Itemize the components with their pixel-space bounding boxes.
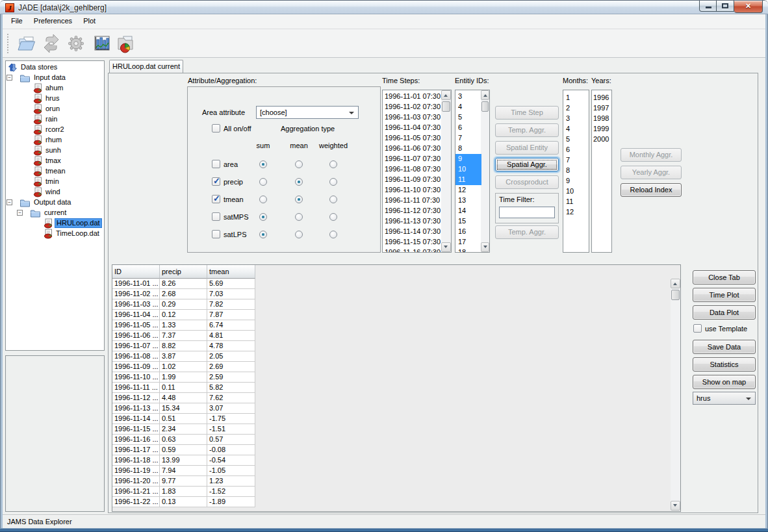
table-cell[interactable]: 1.23 [207,476,255,487]
list-item[interactable]: 5 [455,112,481,123]
list-item[interactable]: 1996-11-02 07:30 [383,102,442,112]
scroll-down-icon[interactable] [441,242,451,252]
tree-row[interactable]: −Input data [6,73,104,83]
list-item[interactable]: 1996-11-14 07:30 [383,227,442,237]
list-item[interactable]: 1996-11-10 07:30 [383,185,442,196]
list-item[interactable]: 1996-11-03 07:30 [383,112,442,123]
table-cell[interactable]: 13.99 [160,455,207,466]
list-item[interactable]: 8 [455,144,481,154]
list-item[interactable]: 1996-11-13 07:30 [383,216,442,227]
attribute-checkbox[interactable] [212,230,220,238]
table-cell[interactable]: 1996-11-03 ... [112,299,160,310]
aggregation-radio-weighted[interactable] [329,196,337,203]
list-item[interactable]: 3 [563,114,589,124]
list-item[interactable]: 1996-11-05 07:30 [383,133,442,144]
table-scrollbar[interactable] [671,279,680,511]
list-item[interactable]: 7 [563,155,589,166]
area-attribute-combo[interactable]: [choose] [256,106,359,119]
data-plot-button[interactable] [114,32,136,55]
list-item[interactable]: 6 [563,145,589,155]
tree-row[interactable]: tmean [6,166,104,177]
close-tab-button[interactable]: Close Tab [693,270,756,285]
table-cell[interactable]: 8.82 [160,341,207,351]
table-cell[interactable]: -1.75 [207,414,255,424]
attribute-checkbox[interactable] [212,160,220,168]
table-cell[interactable]: -1.51 [207,424,255,435]
maximize-button[interactable] [717,1,734,12]
table-cell[interactable]: -1.89 [207,497,255,507]
table-cell[interactable]: 1996-11-06 ... [112,331,160,341]
table-cell[interactable]: 2.05 [207,351,255,362]
table-cell[interactable]: 0.57 [207,435,255,445]
list-item[interactable]: 1996-11-12 07:30 [383,206,442,216]
aggregation-radio-weighted[interactable] [329,178,337,186]
time-plot-side-button[interactable]: Time Plot [693,288,756,302]
aggregation-radio-weighted[interactable] [329,213,337,221]
tree-row[interactable]: −current [6,208,104,218]
aggregation-radio-mean[interactable] [295,160,303,168]
table-cell[interactable]: 9.77 [160,476,207,487]
aggregation-radio-sum[interactable] [259,196,267,203]
table-cell[interactable]: 1.83 [160,487,207,497]
table-cell[interactable]: 15.34 [160,403,207,414]
aggregation-radio-mean[interactable] [295,213,303,221]
table-cell[interactable]: -1.52 [207,487,255,497]
aggregation-radio-mean[interactable] [295,178,303,186]
table-cell[interactable]: 2.34 [160,424,207,435]
list-item[interactable]: 15 [455,216,481,227]
column-header-precip[interactable]: precip [160,265,207,279]
table-cell[interactable]: 2.68 [160,289,207,299]
table-cell[interactable]: 1996-11-04 ... [112,310,160,320]
data-plot-side-button[interactable]: Data Plot [693,305,756,320]
tree-row[interactable]: tmin [6,177,104,187]
list-item[interactable]: 3 [455,92,481,102]
table-cell[interactable]: 3.07 [207,403,255,414]
table-cell[interactable]: 5.69 [207,279,255,289]
list-item[interactable]: 18 [455,247,481,253]
aggregation-radio-sum[interactable] [259,231,267,238]
table-cell[interactable]: 7.94 [160,466,207,476]
list-item[interactable]: 17 [455,237,481,247]
tree-row[interactable]: sunh [6,146,104,156]
aggregation-radio-sum[interactable] [259,160,267,168]
table-cell[interactable]: 7.87 [207,310,255,320]
list-item[interactable]: 12 [455,185,481,196]
list-item[interactable]: 12 [563,207,589,218]
time-filter-input[interactable] [499,207,555,218]
table-cell[interactable]: 8.26 [160,279,207,289]
scroll-down-icon[interactable] [671,501,680,511]
table-cell[interactable]: 1996-11-09 ... [112,362,160,372]
list-item[interactable]: 1 [563,93,589,103]
table-cell[interactable]: -1.05 [207,466,255,476]
table-cell[interactable]: 0.11 [160,383,207,393]
table-cell[interactable]: 3.87 [160,351,207,362]
list-item[interactable]: 7 [455,133,481,144]
aggregation-radio-sum[interactable] [259,213,267,221]
entity-ids-scrollbar[interactable] [481,90,489,252]
list-item[interactable]: 1996-11-16 07:30 [383,247,442,253]
layer-combo[interactable]: hrus [693,392,756,405]
tree-row[interactable]: ahum [6,83,104,94]
list-item[interactable]: 1996-11-06 07:30 [383,144,442,154]
statistics-button[interactable]: Statistics [693,357,756,372]
list-item[interactable]: 6 [455,123,481,133]
menu-file[interactable]: File [6,14,27,29]
aggregation-radio-sum[interactable] [259,178,267,186]
save-data-button[interactable]: Save Data [693,340,756,354]
spatial-aggr-button[interactable]: Spatial Aggr. [495,158,559,171]
table-cell[interactable]: 2.69 [207,362,255,372]
table-cell[interactable]: 0.12 [160,310,207,320]
table-cell[interactable]: 7.82 [207,299,255,310]
table-cell[interactable]: 5.82 [207,383,255,393]
table-cell[interactable]: 1996-11-01 ... [112,279,160,289]
list-item[interactable]: 13 [455,196,481,206]
aggregation-radio-weighted[interactable] [329,231,337,238]
aggregation-radio-mean[interactable] [295,231,303,238]
tree-row[interactable]: rain [6,114,104,125]
scroll-thumb[interactable] [671,290,680,300]
table-cell[interactable]: 1996-11-08 ... [112,351,160,362]
list-item[interactable]: 9 [563,176,589,186]
table-cell[interactable]: 1996-11-19 ... [112,466,160,476]
table-cell[interactable]: 0.51 [160,414,207,424]
table-cell[interactable]: 6.74 [207,320,255,331]
